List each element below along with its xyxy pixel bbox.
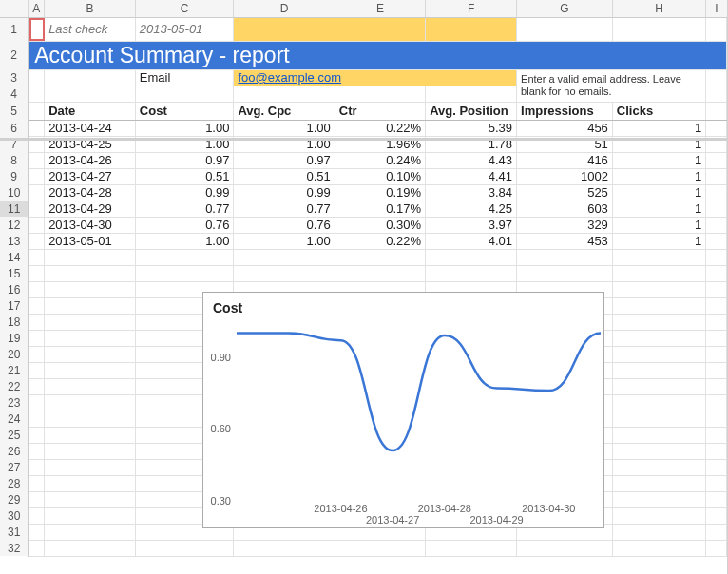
report-title[interactable]: Account Summary - report bbox=[29, 41, 727, 69]
cell-E1[interactable] bbox=[335, 17, 425, 41]
row-header[interactable]: 20 bbox=[0, 346, 29, 362]
cell-cpc[interactable]: 1.00 bbox=[234, 233, 335, 249]
row-header[interactable]: 8 bbox=[0, 152, 29, 168]
hdr-date[interactable]: Date bbox=[45, 102, 136, 120]
row-header[interactable]: 13 bbox=[0, 233, 29, 249]
row-2[interactable]: 2 Account Summary - report bbox=[0, 41, 727, 69]
cell-ctr[interactable]: 0.22% bbox=[335, 120, 425, 136]
row-header[interactable]: 19 bbox=[0, 330, 29, 346]
cell-cpc[interactable]: 1.00 bbox=[234, 120, 335, 136]
row-header[interactable]: 12 bbox=[0, 217, 29, 233]
cell-ctr[interactable]: 0.10% bbox=[335, 168, 425, 184]
cell-pos[interactable]: 3.97 bbox=[426, 217, 517, 233]
email-link[interactable]: foo@example.com bbox=[238, 70, 341, 85]
cell-date[interactable]: 2013-04-26 bbox=[45, 152, 136, 168]
cell-cost[interactable]: 1.00 bbox=[135, 233, 234, 249]
cell-ctr[interactable]: 0.22% bbox=[335, 233, 425, 249]
row-header[interactable]: 25 bbox=[0, 427, 29, 443]
table-row[interactable]: 122013-04-300.760.760.30%3.973291 bbox=[0, 217, 727, 233]
hdr-pos[interactable]: Avg. Position bbox=[426, 102, 517, 120]
cell-date[interactable]: 2013-04-30 bbox=[45, 217, 136, 233]
cell-B3[interactable] bbox=[45, 69, 136, 86]
cell-pos[interactable]: 5.39 bbox=[426, 120, 517, 136]
row-header[interactable]: 6 bbox=[0, 120, 29, 136]
cell-imp[interactable]: 329 bbox=[517, 217, 613, 233]
cell-cpc[interactable]: 0.51 bbox=[234, 168, 335, 184]
col-E[interactable]: E bbox=[335, 0, 425, 17]
row-header-4[interactable]: 4 bbox=[0, 86, 29, 102]
cell-cost[interactable]: 1.00 bbox=[135, 120, 234, 136]
cell-cost[interactable]: 0.76 bbox=[135, 217, 234, 233]
col-C[interactable]: C bbox=[135, 0, 234, 17]
hdr-clicks[interactable]: Clicks bbox=[612, 102, 705, 120]
col-B[interactable]: B bbox=[45, 0, 136, 17]
table-row[interactable]: 15 bbox=[0, 265, 727, 281]
row-header-1[interactable]: 1 bbox=[0, 17, 29, 41]
row-header[interactable]: 15 bbox=[0, 265, 29, 281]
col-G[interactable]: G bbox=[517, 0, 613, 17]
col-F[interactable]: F bbox=[426, 0, 517, 17]
col-A[interactable]: A bbox=[29, 0, 45, 17]
cell-ctr[interactable]: 0.19% bbox=[335, 184, 425, 201]
cell-ctr[interactable]: 0.17% bbox=[335, 201, 425, 217]
cell-cpc[interactable]: 0.99 bbox=[234, 184, 335, 201]
cell-pos[interactable]: 4.41 bbox=[426, 168, 517, 184]
cell-date[interactable]: 2013-04-29 bbox=[45, 201, 136, 217]
row-header[interactable]: 18 bbox=[0, 314, 29, 330]
cell-cost[interactable]: 0.97 bbox=[135, 152, 234, 168]
cell-B1-last-check-label[interactable]: Last check bbox=[45, 17, 136, 41]
cost-chart[interactable]: Cost 0.300.600.902013-04-262013-04-27201… bbox=[202, 292, 604, 528]
cell-H1[interactable] bbox=[612, 17, 705, 41]
row-5-table-headers[interactable]: 5 Date Cost Avg. Cpc Ctr Avg. Position I… bbox=[0, 102, 727, 120]
row-header[interactable]: 22 bbox=[0, 378, 29, 394]
cell-cpc[interactable]: 0.77 bbox=[234, 201, 335, 217]
cell-email-link[interactable]: foo@example.com bbox=[234, 69, 517, 86]
row-1[interactable]: 1 Last check 2013-05-01 bbox=[0, 17, 727, 41]
cell-ctr[interactable]: 0.30% bbox=[335, 217, 425, 233]
cell-clicks[interactable]: 1 bbox=[612, 233, 705, 249]
col-D[interactable]: D bbox=[234, 0, 335, 17]
cell-C3-email-label[interactable]: Email bbox=[135, 69, 234, 86]
row-header[interactable]: 21 bbox=[0, 362, 29, 378]
row-header[interactable]: 17 bbox=[0, 297, 29, 314]
col-H[interactable]: H bbox=[612, 0, 705, 17]
table-row[interactable]: 132013-05-011.001.000.22%4.014531 bbox=[0, 233, 727, 249]
table-row[interactable]: 62013-04-241.001.000.22%5.394561 bbox=[0, 120, 727, 136]
row-header[interactable]: 32 bbox=[0, 540, 29, 556]
row-header[interactable]: 24 bbox=[0, 411, 29, 427]
row-header[interactable]: 9 bbox=[0, 168, 29, 184]
cell-date[interactable]: 2013-04-27 bbox=[45, 168, 136, 184]
row-3[interactable]: 3 Email foo@example.com Enter a valid em… bbox=[0, 69, 727, 86]
table-row[interactable]: 92013-04-270.510.510.10%4.4110021 bbox=[0, 168, 727, 184]
cell-imp[interactable]: 416 bbox=[517, 152, 613, 168]
cell-clicks[interactable]: 1 bbox=[612, 217, 705, 233]
cell-cost[interactable]: 0.51 bbox=[135, 168, 234, 184]
cell-date[interactable]: 2013-05-01 bbox=[45, 233, 136, 249]
row-header-3[interactable]: 3 bbox=[0, 69, 29, 86]
cell-clicks[interactable]: 1 bbox=[612, 201, 705, 217]
hdr-cpc[interactable]: Avg. Cpc bbox=[234, 102, 335, 120]
table-row[interactable]: 32 bbox=[0, 540, 727, 556]
row-header[interactable]: 11 bbox=[0, 201, 29, 217]
cell-C1-last-check-date[interactable]: 2013-05-01 bbox=[135, 17, 234, 41]
cell-clicks[interactable]: 1 bbox=[612, 152, 705, 168]
cell-cost[interactable]: 0.99 bbox=[135, 184, 234, 201]
cell-cpc[interactable]: 0.97 bbox=[234, 152, 335, 168]
row-header[interactable]: 10 bbox=[0, 184, 29, 201]
row-header[interactable]: 31 bbox=[0, 524, 29, 540]
cell-I1[interactable] bbox=[706, 17, 727, 41]
cell-F1[interactable] bbox=[426, 17, 517, 41]
cell-imp[interactable]: 525 bbox=[517, 184, 613, 201]
cell-clicks[interactable]: 1 bbox=[612, 168, 705, 184]
cell-pos[interactable]: 4.43 bbox=[426, 152, 517, 168]
cell-date[interactable]: 2013-04-28 bbox=[45, 184, 136, 201]
hdr-imp[interactable]: Impressions bbox=[517, 102, 613, 120]
row-header[interactable]: 23 bbox=[0, 394, 29, 411]
cell-A3[interactable] bbox=[29, 69, 45, 86]
cell-imp[interactable]: 456 bbox=[517, 120, 613, 136]
row-header[interactable]: 27 bbox=[0, 459, 29, 475]
cell-I3[interactable] bbox=[706, 69, 727, 86]
row-header[interactable]: 29 bbox=[0, 491, 29, 507]
cell-pos[interactable]: 3.84 bbox=[426, 184, 517, 201]
col-I[interactable]: I bbox=[706, 0, 727, 17]
